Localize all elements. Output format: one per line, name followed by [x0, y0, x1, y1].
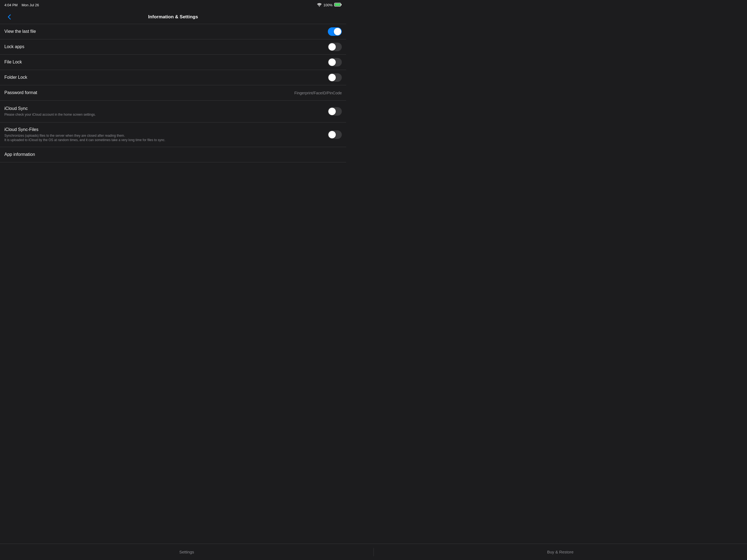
battery-icon	[334, 3, 342, 7]
toggle-icloud-sync-files[interactable]	[328, 130, 342, 139]
svg-point-0	[319, 6, 319, 6]
svg-rect-3	[335, 3, 340, 6]
row-subtitle-icloud-sync-files: Synchronizes (uploads) files to the serv…	[4, 133, 328, 143]
row-title-file-lock: File Lock	[4, 59, 328, 65]
page-title: Information & Settings	[148, 14, 198, 20]
row-title-icloud-sync-files: iCloud Sync-Files	[4, 127, 328, 133]
settings-row-icloud-sync-files: iCloud Sync-Files Synchronizes (uploads)…	[0, 123, 346, 147]
row-title-view-last-file: View the last file	[4, 29, 328, 34]
status-bar: 4:04 PM Mon Jul 26 100%	[0, 0, 346, 10]
row-title-password-format: Password format	[4, 90, 294, 96]
status-time-date: 4:04 PM Mon Jul 26	[4, 3, 39, 7]
toggle-lock-apps[interactable]	[328, 43, 342, 51]
wifi-icon	[317, 3, 322, 7]
settings-row-app-information[interactable]: App information	[0, 147, 346, 162]
settings-list: View the last file Lock apps File Lock F…	[0, 24, 346, 162]
toggle-folder-lock[interactable]	[328, 73, 342, 82]
status-time: 4:04 PM	[4, 3, 18, 7]
settings-row-password-format[interactable]: Password format Fingerprint/FaceID/PinCo…	[0, 85, 346, 101]
nav-bar: Information & Settings	[0, 10, 346, 24]
row-title-lock-apps: Lock apps	[4, 44, 328, 50]
settings-row-file-lock: File Lock	[0, 55, 346, 70]
toggle-file-lock[interactable]	[328, 58, 342, 67]
toggle-view-last-file[interactable]	[328, 27, 342, 36]
settings-row-view-last-file: View the last file	[0, 24, 346, 40]
row-subtitle-icloud-sync: Please check your iCloud account in the …	[4, 112, 328, 117]
row-title-app-information: App information	[4, 152, 342, 157]
status-icons: 100%	[317, 3, 342, 7]
settings-row-lock-apps: Lock apps	[0, 40, 346, 55]
back-button[interactable]	[4, 12, 14, 22]
settings-row-icloud-sync: iCloud Sync Please check your iCloud acc…	[0, 101, 346, 123]
svg-rect-2	[341, 4, 342, 5]
status-date: Mon Jul 26	[22, 3, 39, 7]
toggle-icloud-sync[interactable]	[328, 107, 342, 116]
password-format-value: Fingerprint/FaceID/PinCode	[294, 91, 342, 95]
battery-percent: 100%	[324, 3, 333, 7]
row-title-folder-lock: Folder Lock	[4, 75, 328, 80]
settings-row-folder-lock: Folder Lock	[0, 70, 346, 85]
row-title-icloud-sync: iCloud Sync	[4, 106, 328, 111]
